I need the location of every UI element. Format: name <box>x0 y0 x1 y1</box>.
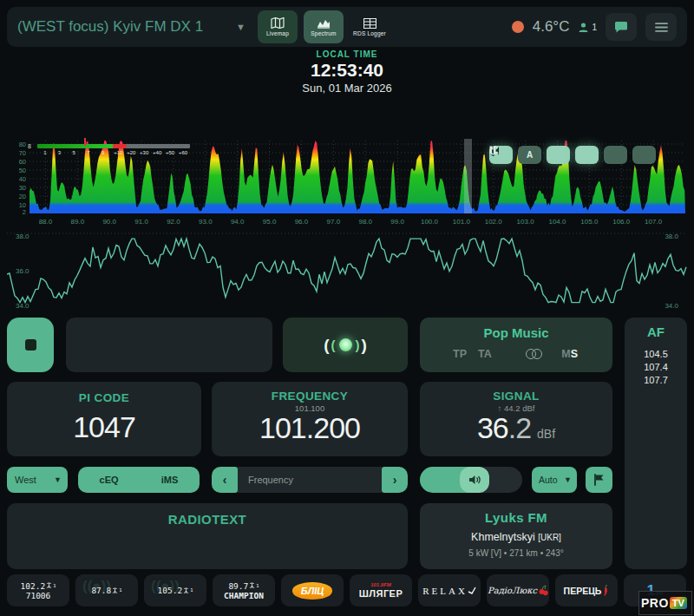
spectrum-x-tick: 93.0 <box>199 218 213 226</box>
relax-logo: RELAX <box>422 586 476 596</box>
vertical-zoom-button[interactable] <box>547 146 570 164</box>
radio-lux-logo: РадіоЛюкс <box>488 585 548 596</box>
graph-mode-button[interactable] <box>575 146 599 164</box>
hamburger-icon <box>655 23 668 32</box>
antenna-icon <box>46 582 52 589</box>
station-info-panel: Lyuks FM Khmelnytskyi [UKR] 5 kW [V] • 2… <box>420 503 612 569</box>
volume-thumb[interactable] <box>460 467 489 493</box>
local-clock: LOCAL TIME 12:53:40 Sun, 01 Mar 2026 <box>0 49 694 95</box>
header-tabs: Livemap Spectrum RDS Logger <box>258 10 390 43</box>
preset-button-relax[interactable]: RELAX <box>418 574 481 606</box>
ims-button[interactable]: iMS <box>161 475 179 485</box>
shlyager-frequency: 101.9FM <box>370 582 391 588</box>
pause-button[interactable] <box>604 146 627 164</box>
preset-button[interactable]: ((●)) 105.2 1 <box>144 574 206 606</box>
spectrum-x-tick: 99.0 <box>390 218 404 226</box>
spectrum-y-tick: 20 <box>7 193 26 200</box>
volume-slider[interactable] <box>420 467 522 493</box>
spectrum-x-tick: 92.0 <box>167 218 180 226</box>
radiotext-title: RADIOTEXT <box>7 503 408 527</box>
preset-button-lux[interactable]: РадіоЛюкс <box>487 574 549 606</box>
temperature-value: 4.6°C <box>533 18 570 36</box>
s-meter-tick: 9 <box>101 150 104 155</box>
header-bar: (WEST focus) Kyiv FM DX 1 ▼ Livemap Spec… <box>7 7 687 47</box>
listener-counter: 1 <box>578 22 597 33</box>
spectrum-x-tick: 100.0 <box>421 218 438 226</box>
table-icon <box>363 18 376 29</box>
spectrum-x-tick: 94.0 <box>231 218 245 226</box>
mode-select[interactable]: Auto ▼ <box>532 467 577 493</box>
frequency-input[interactable] <box>238 467 382 493</box>
ps-display-panel <box>66 318 272 372</box>
af-list: 104.5107.4107.7 <box>625 348 687 387</box>
spectrum-x-tick: 101.0 <box>453 218 470 226</box>
frequency-title: FREQUENCY <box>212 382 408 403</box>
signal-history-plot <box>7 233 687 312</box>
pty-panel: Pop Music TP TA M S <box>420 318 612 372</box>
spectrum-x-tick: 103.0 <box>517 218 534 226</box>
eq-ims-toggle: cEQ iMS <box>78 467 200 493</box>
spectrum-x-tick: 90.0 <box>102 218 116 226</box>
menu-button[interactable] <box>645 13 677 41</box>
s-meter-tick: +50 <box>166 150 174 155</box>
broadcast-icon: (()) <box>283 318 408 372</box>
refresh-button[interactable] <box>632 146 656 164</box>
af-frequency[interactable]: 104.5 <box>625 348 687 361</box>
watermark-tv-logo: TV <box>670 597 687 609</box>
chevron-down-icon[interactable]: ▼ <box>236 22 246 32</box>
preset-button[interactable]: 89.7 1 CHAMPION <box>213 574 275 606</box>
preset-button[interactable]: ((●)) 87.8 1 <box>75 574 138 606</box>
fm-dx-webserver: (WEST focus) Kyiv FM DX 1 ▼ Livemap Spec… <box>0 0 694 616</box>
spectrum-x-tick: 105.0 <box>580 218 598 226</box>
spectrum-graph[interactable]: 80706050403020102 88.089.090.091.092.093… <box>7 137 687 229</box>
tab-spectrum[interactable]: Spectrum <box>304 10 344 43</box>
station-details: 5 kW [V] • 271 km • 243° <box>420 548 612 558</box>
spectrum-toolbar: A <box>489 146 656 164</box>
spectrum-y-tick: 30 <box>7 184 26 192</box>
signal-y-tick: 36.0 <box>16 267 29 275</box>
station-location: Khmelnytskyi [UKR] <box>420 531 612 543</box>
preset-button-perets[interactable]: ПЕРЕЦЬ <box>555 574 618 606</box>
auto-scale-button[interactable]: A <box>518 146 541 164</box>
signal-y-tick: 34.0 <box>665 302 678 310</box>
tuned-frequency-cursor[interactable] <box>464 139 472 213</box>
preset-button-shlyager[interactable]: 101.9FM ШЛЯГЕР <box>350 574 412 606</box>
signal-panel: SIGNAL ↑ 44.2 dBf 36.2 dBf <box>420 382 612 456</box>
af-panel: AF 104.5107.4107.7 <box>625 318 687 569</box>
report-flag-button[interactable] <box>586 467 612 493</box>
antenna-icon <box>112 587 118 594</box>
chat-button[interactable] <box>606 13 637 41</box>
preset-button-blits[interactable]: БЛІЦ <box>281 574 344 606</box>
pi-value: 1047 <box>7 412 201 442</box>
clock-label: LOCAL TIME <box>0 49 694 59</box>
af-title: AF <box>625 318 687 339</box>
eq-button[interactable]: cEQ <box>100 475 119 485</box>
tab-livemap[interactable]: Livemap <box>258 10 298 43</box>
pi-code-panel: PI CODE 1047 <box>7 382 201 456</box>
play-stop-button[interactable] <box>7 318 54 372</box>
af-frequency[interactable]: 107.4 <box>625 361 687 374</box>
spectrum-x-tick: 88.0 <box>39 218 53 226</box>
map-icon <box>271 17 285 29</box>
frequency-value[interactable]: 101.200 <box>212 413 408 442</box>
tab-rds-logger[interactable]: RDS Logger <box>350 10 390 43</box>
step-up-button[interactable]: › <box>382 467 408 493</box>
flag-icon <box>593 474 605 486</box>
antenna-select[interactable]: West ▼ <box>7 467 68 493</box>
s-meter-tick: 7 <box>87 150 89 155</box>
tuning-ghost-icon: ((●)) <box>151 578 180 595</box>
s-meter-tick: 5 <box>73 150 75 155</box>
af-frequency[interactable]: 107.7 <box>625 374 687 387</box>
s-meter-tick: +60 <box>179 150 187 155</box>
s-meter-value: 8 <box>28 143 31 149</box>
clock-time: 12:53:40 <box>0 60 694 81</box>
s-meter-peak-marker <box>84 138 86 146</box>
antenna-icon <box>249 582 255 589</box>
bird-swoosh-icon <box>468 587 476 594</box>
spectrum-chart-icon <box>317 17 331 29</box>
server-title[interactable]: (WEST focus) Kyiv FM DX 1 <box>17 18 203 36</box>
tp-flag: TP <box>453 348 467 360</box>
step-down-button[interactable]: ‹ <box>212 467 238 493</box>
preset-button[interactable]: 102.2 1 71006 <box>7 574 69 606</box>
station-name[interactable]: Lyuks FM <box>420 503 612 525</box>
